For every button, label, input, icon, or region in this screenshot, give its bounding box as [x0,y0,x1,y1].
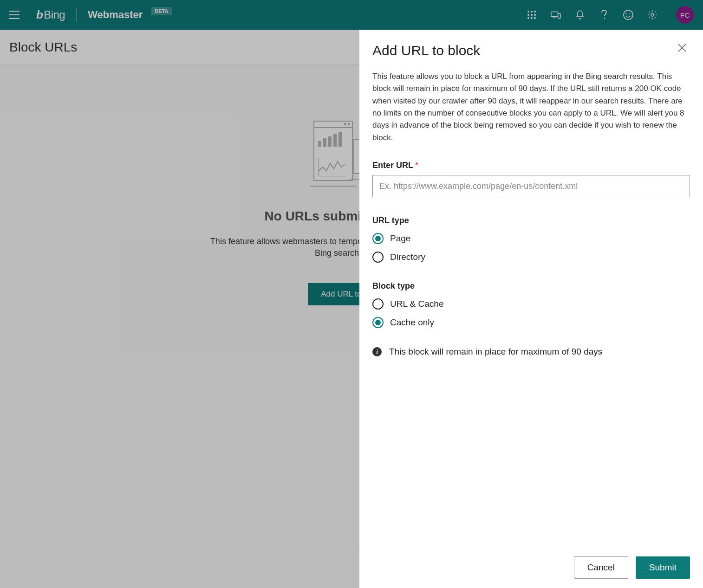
add-url-panel: Add URL to block This feature allows you… [359,30,703,588]
panel-footer: Cancel Submit [359,547,703,588]
radio-label: Page [390,233,410,244]
required-marker: * [415,161,418,170]
url-type-label: URL type [372,216,690,226]
radio-label: Directory [390,252,425,262]
panel-header: Add URL to block [359,30,703,58]
info-icon: i [372,347,382,356]
submit-button[interactable]: Submit [636,556,690,579]
url-input[interactable] [372,175,690,197]
radio-icon [372,298,384,310]
info-text: This block will remain in place for maxi… [389,347,602,357]
radio-label: URL & Cache [390,299,443,309]
url-field-label: Enter URL* [372,161,690,170]
close-icon[interactable] [677,43,690,56]
radio-block-type-url-cache[interactable]: URL & Cache [372,298,690,310]
info-note: i This block will remain in place for ma… [372,347,690,357]
radio-icon [372,233,384,244]
cancel-button[interactable]: Cancel [574,556,628,579]
radio-url-type-directory[interactable]: Directory [372,252,690,263]
radio-url-type-page[interactable]: Page [372,233,690,244]
panel-description: This feature allows you to block a URL f… [372,71,690,144]
block-type-label: Block type [372,281,690,291]
panel-body: This feature allows you to block a URL f… [359,58,703,547]
panel-title: Add URL to block [372,43,480,58]
radio-icon [372,252,384,263]
radio-block-type-cache-only[interactable]: Cache only [372,317,690,328]
radio-label: Cache only [390,317,434,328]
url-type-section: URL type Page Directory [372,216,690,263]
radio-icon [372,317,384,328]
block-type-section: Block type URL & Cache Cache only [372,281,690,328]
